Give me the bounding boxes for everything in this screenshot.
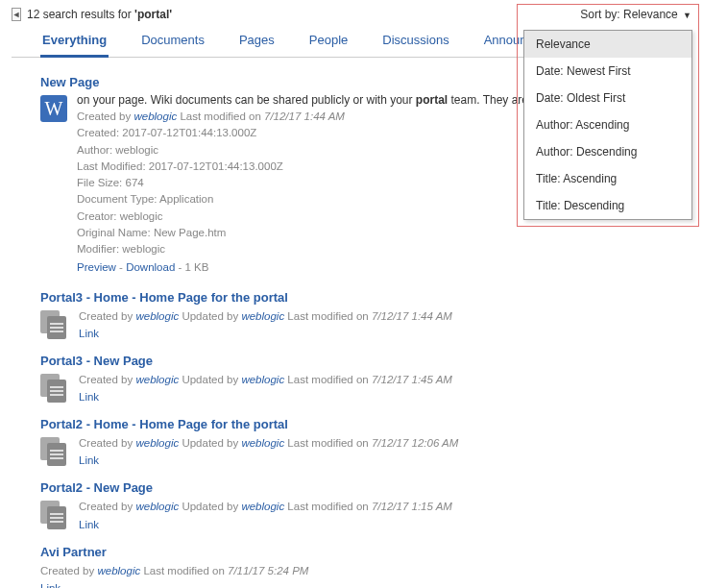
user-link[interactable]: weblogic	[135, 437, 179, 449]
sort-option-title-desc[interactable]: Title: Descending	[524, 192, 691, 219]
link-action[interactable]: Link	[79, 328, 99, 339]
user-link[interactable]: weblogic	[135, 501, 179, 512]
document-icon	[40, 310, 69, 339]
user-link[interactable]: weblogic	[241, 437, 284, 449]
result-meta: Created by weblogic Updated by weblogic …	[79, 499, 452, 515]
result-meta: Created by weblogic Last modified on 7/1…	[40, 563, 691, 579]
result-snippet: on your page. Wiki documents can be shar…	[77, 93, 572, 107]
user-link[interactable]: weblogic	[241, 501, 284, 512]
document-icon	[40, 437, 69, 466]
results-count: 12 search results for 'portal'	[27, 8, 172, 21]
sort-option-relevance[interactable]: Relevance	[524, 31, 691, 58]
user-link[interactable]: weblogic	[135, 374, 179, 385]
result-meta: Created by weblogic Updated by weblogic …	[79, 435, 458, 452]
document-icon	[40, 501, 69, 529]
detail-doc-type: Document Type: Application	[77, 191, 572, 208]
result-item: Portal3 - Home - Home Page for the porta…	[12, 290, 691, 340]
sort-dropdown-highlight: Relevance Date: Newest First Date: Oldes…	[517, 4, 699, 227]
sort-option-oldest[interactable]: Date: Oldest First	[524, 85, 691, 111]
document-icon	[40, 374, 69, 403]
tab-discussions[interactable]: Discussions	[380, 27, 450, 57]
tab-everything[interactable]: Everything	[40, 27, 109, 58]
sort-option-newest[interactable]: Date: Newest First	[524, 58, 691, 85]
link-action[interactable]: Link	[79, 519, 99, 530]
user-link[interactable]: weblogic	[241, 374, 284, 385]
result-item: Portal2 - Home - Home Page for the porta…	[12, 417, 691, 467]
result-item: Portal2 - New Page Created by weblogic U…	[12, 480, 691, 530]
user-link[interactable]: weblogic	[97, 565, 140, 576]
result-item: Avi Partner Created by weblogic Last mod…	[12, 545, 691, 589]
link-action[interactable]: Link	[79, 391, 99, 403]
result-title-link[interactable]: Avi Partner	[40, 545, 691, 559]
sort-option-author-desc[interactable]: Author: Descending	[524, 138, 691, 165]
detail-original-name: Original Name: New Page.htm	[77, 225, 572, 241]
link-action[interactable]: Link	[79, 454, 99, 466]
detail-last-modified: Last Modified: 2017-07-12T01:44:13.000Z	[77, 159, 572, 175]
sort-option-author-asc[interactable]: Author: Ascending	[524, 111, 691, 138]
detail-author: Author: weblogic	[77, 142, 572, 159]
result-title-link[interactable]: Portal2 - New Page	[40, 480, 691, 495]
detail-created: Created: 2017-07-12T01:44:13.000Z	[77, 125, 572, 141]
sort-dropdown-menu: Relevance Date: Newest First Date: Oldes…	[523, 30, 692, 220]
download-link[interactable]: Download	[126, 261, 175, 273]
result-meta: Created by weblogic Last modified on 7/1…	[77, 109, 572, 125]
tab-people[interactable]: People	[307, 27, 350, 57]
user-link[interactable]: weblogic	[135, 310, 179, 322]
preview-link[interactable]: Preview	[77, 261, 116, 273]
detail-creator: Creator: weblogic	[77, 208, 572, 225]
link-action[interactable]: Link	[40, 582, 61, 588]
detail-modifier: Modifier: weblogic	[77, 241, 572, 257]
sort-option-title-asc[interactable]: Title: Ascending	[524, 165, 691, 192]
tab-documents[interactable]: Documents	[139, 27, 206, 57]
result-title-link[interactable]: Portal2 - Home - Home Page for the porta…	[40, 417, 691, 431]
result-meta: Created by weblogic Updated by weblogic …	[79, 372, 452, 388]
result-meta: Created by weblogic Updated by weblogic …	[79, 308, 452, 325]
detail-file-size: File Size: 674	[77, 175, 572, 191]
result-item: Portal3 - New Page Created by weblogic U…	[12, 354, 691, 404]
user-link[interactable]: weblogic	[241, 310, 284, 322]
user-link[interactable]: weblogic	[133, 110, 177, 122]
wiki-icon: W	[40, 95, 67, 122]
back-arrow-icon[interactable]: ◄	[12, 8, 21, 21]
file-size-text: 1 KB	[185, 261, 209, 273]
result-title-link[interactable]: Portal3 - Home - Home Page for the porta…	[40, 290, 691, 305]
tab-pages[interactable]: Pages	[237, 27, 277, 57]
result-title-link[interactable]: Portal3 - New Page	[40, 354, 691, 368]
